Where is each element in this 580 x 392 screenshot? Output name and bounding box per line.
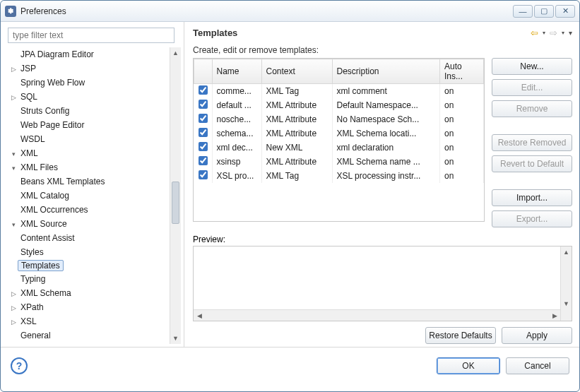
tree-toggle-icon[interactable]: ▾: [9, 218, 18, 231]
tree-item[interactable]: ▷JSP: [8, 61, 171, 76]
cell-description: Default Namespace...: [332, 98, 440, 112]
cell-description: XSL processing instr...: [332, 169, 440, 183]
tree-item[interactable]: ▾XML Source: [8, 217, 171, 231]
apply-button[interactable]: Apply: [502, 327, 572, 344]
col-autoins[interactable]: Auto Ins...: [440, 59, 484, 84]
cell-name: schema...: [212, 126, 261, 141]
cell-auto: on: [440, 169, 484, 183]
tree-toggle-icon[interactable]: ▷: [9, 302, 18, 314]
cell-context: XML Tag: [261, 84, 332, 99]
templates-table-wrap: Name Context Description Auto Ins... com…: [193, 58, 485, 222]
col-name[interactable]: Name: [212, 59, 261, 84]
back-arrow-icon[interactable]: ⇦: [531, 28, 538, 38]
table-row[interactable]: default ...XML AttributeDefault Namespac…: [194, 98, 484, 112]
tree-item[interactable]: Content Assist: [8, 231, 171, 245]
ok-button[interactable]: OK: [437, 357, 500, 374]
view-menu-icon[interactable]: ▾: [569, 29, 572, 37]
help-icon[interactable]: ?: [11, 357, 28, 374]
cell-name: xsinsp: [212, 155, 261, 169]
cell-name: nosche...: [212, 112, 261, 126]
tree-item[interactable]: WSDL: [8, 132, 171, 146]
tree-item[interactable]: XML Occurrences: [8, 203, 171, 217]
preview-scroll-right-icon[interactable]: ▶: [549, 310, 560, 321]
close-button[interactable]: ✕: [555, 5, 575, 18]
restore-removed-button[interactable]: Restore Removed: [492, 134, 572, 151]
scroll-thumb[interactable]: [172, 182, 179, 224]
export-button[interactable]: Export...: [492, 210, 572, 227]
col-context[interactable]: Context: [261, 59, 332, 84]
tree-item[interactable]: ▾XML: [8, 146, 171, 160]
cell-description: xml declaration: [332, 141, 440, 155]
row-checkbox[interactable]: [199, 170, 208, 179]
row-checkbox[interactable]: [199, 142, 208, 151]
revert-button[interactable]: Revert to Default: [492, 155, 572, 172]
row-checkbox[interactable]: [199, 85, 208, 95]
table-row[interactable]: nosche...XML AttributeNo Namespace Sch..…: [194, 112, 484, 126]
tree-item-label: Spring Web Flow: [18, 76, 88, 90]
tree-item[interactable]: Styles: [8, 245, 171, 259]
col-description[interactable]: Description: [332, 59, 440, 84]
tree-toggle-icon[interactable]: ▷: [9, 316, 18, 328]
row-checkbox[interactable]: [199, 128, 208, 137]
cell-context: XML Attribute: [261, 112, 332, 126]
table-row[interactable]: XSL pro...XML TagXSL processing instr...…: [194, 169, 484, 183]
tree-item[interactable]: ▷XPath: [8, 300, 171, 314]
preferences-tree[interactable]: JPA Diagram Editor▷JSPSpring Web Flow▷SQ…: [8, 47, 181, 344]
tree-toggle-icon[interactable]: ▾: [9, 162, 18, 174]
heading-row: Templates ⇦▾ ⇨▾ ▾: [193, 28, 572, 38]
remove-button[interactable]: Remove: [492, 100, 572, 117]
tree-toggle-icon[interactable]: ▷: [9, 63, 18, 76]
tree-item-label: XML Files: [18, 160, 61, 174]
restore-defaults-button[interactable]: Restore Defaults: [425, 327, 496, 344]
tree-toggle-icon[interactable]: ▷: [9, 91, 18, 104]
filter-input[interactable]: [8, 28, 174, 43]
tree-item[interactable]: XML Catalog: [8, 189, 171, 203]
tree-item-label: XML Catalog: [18, 189, 72, 203]
tree-toggle-icon[interactable]: ▾: [9, 148, 18, 160]
row-checkbox[interactable]: [199, 100, 208, 109]
tree-item[interactable]: Internet Tools: [8, 343, 171, 344]
preview-scroll-up-icon[interactable]: ▲: [561, 247, 572, 258]
minimize-button[interactable]: —: [513, 5, 533, 18]
tree-item-label: Struts Config: [18, 104, 72, 118]
tree-item[interactable]: Spring Web Flow: [8, 76, 171, 90]
row-checkbox[interactable]: [199, 156, 208, 165]
tree-item[interactable]: General: [8, 328, 171, 343]
preview-scroll-down-icon[interactable]: ▼: [561, 298, 572, 309]
row-checkbox[interactable]: [199, 114, 208, 123]
tree-toggle-icon[interactable]: ▷: [9, 287, 18, 300]
table-row[interactable]: comme...XML Tagxml commenton: [194, 84, 484, 99]
scroll-down-icon[interactable]: ▼: [170, 333, 181, 344]
cancel-button[interactable]: Cancel: [506, 357, 569, 374]
edit-button[interactable]: Edit...: [492, 79, 572, 96]
cell-context: New XML: [261, 141, 332, 155]
tree-item[interactable]: ▷SQL: [8, 90, 171, 104]
maximize-button[interactable]: ▢: [534, 5, 554, 18]
tree-item-label: General: [18, 328, 54, 343]
tree-item[interactable]: ▷XML Schema: [8, 286, 171, 300]
tree-item[interactable]: Templates: [8, 259, 171, 272]
preview-hscroll[interactable]: ◀ ▶: [194, 309, 560, 321]
preview-vscroll[interactable]: ▲ ▼: [560, 247, 572, 321]
import-button[interactable]: Import...: [492, 189, 572, 206]
tree-item[interactable]: Typing: [8, 272, 171, 286]
tree-item[interactable]: Struts Config: [8, 104, 171, 118]
tree-item-label: JSP: [18, 61, 39, 76]
tree-item[interactable]: JPA Diagram Editor: [8, 47, 171, 61]
table-row[interactable]: xsinspXML AttributeXML Schema name ...on: [194, 155, 484, 169]
tree-item[interactable]: Beans XML Templates: [8, 174, 171, 189]
scroll-up-icon[interactable]: ▲: [170, 47, 181, 59]
preview-scroll-left-icon[interactable]: ◀: [194, 310, 205, 321]
new-button[interactable]: New...: [492, 58, 572, 75]
templates-table[interactable]: Name Context Description Auto Ins... com…: [194, 59, 484, 183]
tree-item[interactable]: ▾XML Files: [8, 160, 171, 174]
table-row[interactable]: schema...XML AttributeXML Schema locati.…: [194, 126, 484, 141]
tree-item[interactable]: ▷XSL: [8, 314, 171, 328]
tree-scrollbar[interactable]: ▲ ▼: [170, 47, 181, 344]
tree-item[interactable]: Web Page Editor: [8, 118, 171, 132]
grid-area: Name Context Description Auto Ins... com…: [193, 58, 572, 227]
table-row[interactable]: xml dec...New XMLxml declarationon: [194, 141, 484, 155]
col-check[interactable]: [194, 59, 213, 84]
forward-menu-icon[interactable]: ▾: [562, 30, 564, 36]
back-menu-icon[interactable]: ▾: [543, 30, 545, 36]
